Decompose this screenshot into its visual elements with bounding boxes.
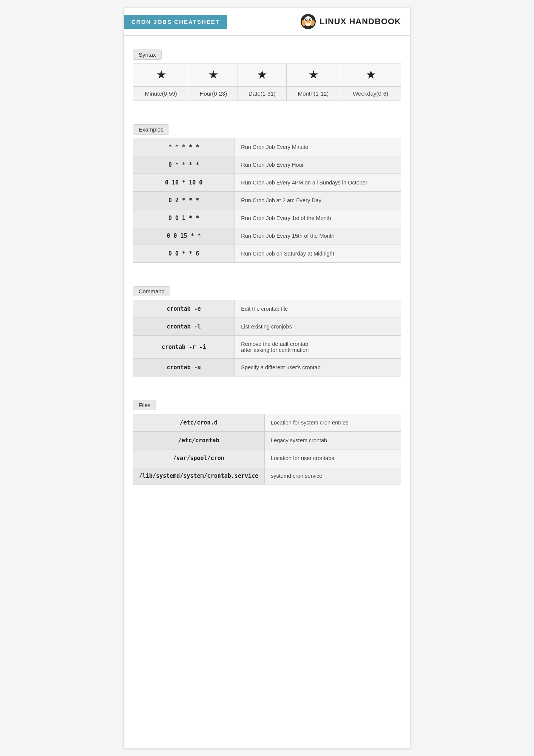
- command-desc: Remove the default crontab,after asking …: [235, 336, 401, 359]
- syntax-labels-row: Minute(0-59) Hour(0-23) Date(1-31) Month…: [133, 87, 401, 101]
- logo-icon: [300, 13, 316, 30]
- examples-label: Examples: [133, 124, 169, 135]
- file-row: /etc/cron.d Location for system cron ent…: [133, 414, 401, 432]
- command-row: crontab -r -i Remove the default crontab…: [133, 336, 401, 359]
- command-cmd: crontab -u: [133, 359, 235, 376]
- syntax-date: Date(1-31): [238, 87, 286, 101]
- example-cmd: 0 0 1 * *: [133, 209, 235, 227]
- example-row: 0 2 * * * Run Cron Job at 2 am Every Day: [133, 192, 401, 209]
- file-desc: Location for system cron entries: [265, 414, 401, 432]
- examples-section: Examples * * * * * Run Cron Job Every Mi…: [124, 104, 410, 263]
- syntax-label: Syntax: [133, 50, 162, 60]
- file-desc: Legacy system crontab: [265, 432, 401, 449]
- example-desc: Run Cron Job on Saturday at Midnight: [235, 245, 401, 263]
- command-desc: List existing cronjobs: [235, 318, 401, 336]
- star-4: ★: [286, 64, 340, 87]
- command-table: crontab -e Edit the crontab file crontab…: [133, 300, 401, 376]
- file-desc: Location for user crontabs: [265, 449, 401, 467]
- files-label: Files: [133, 400, 156, 410]
- star-2: ★: [189, 64, 238, 87]
- example-cmd: 0 0 15 * *: [133, 227, 235, 245]
- example-row: 0 0 1 * * Run Cron Job Every 1st of the …: [133, 209, 401, 227]
- svg-point-5: [310, 19, 311, 20]
- file-cmd: /etc/cron.d: [133, 414, 265, 432]
- example-cmd: 0 16 * 10 0: [133, 174, 235, 192]
- example-cmd: * * * * *: [133, 138, 235, 156]
- command-cmd: crontab -l: [133, 318, 235, 336]
- page-container: CRON JOBS CHEATSHEET LINUX HANDBOOK Synt…: [123, 8, 411, 748]
- logo-text: LINUX HANDBOOK: [319, 17, 401, 26]
- example-desc: Run Cron Job Every 15th of the Month: [235, 227, 401, 245]
- syntax-minute: Minute(0-59): [133, 87, 189, 101]
- command-row: crontab -e Edit the crontab file: [133, 300, 401, 318]
- command-desc: Specify a different user's crontab: [235, 359, 401, 376]
- file-row: /etc/crontab Legacy system crontab: [133, 432, 401, 449]
- syntax-weekday: Weekday(0-6): [340, 87, 401, 101]
- star-3: ★: [238, 64, 286, 87]
- example-row: * * * * * Run Cron Job Every Minute: [133, 138, 401, 156]
- svg-point-4: [306, 19, 307, 20]
- syntax-month: Month(1-12): [286, 87, 340, 101]
- example-desc: Run Cron Job Every 4PM on all Sundays in…: [235, 174, 401, 192]
- example-desc: Run Cron Job Every Minute: [235, 138, 401, 156]
- syntax-table: ★ ★ ★ ★ ★ Minute(0-59) Hour(0-23) Date(1…: [133, 64, 401, 101]
- example-cmd: 0 2 * * *: [133, 192, 235, 209]
- file-desc: systemd cron service: [265, 467, 401, 485]
- file-row: /lib/systemd/system/crontab.service syst…: [133, 467, 401, 485]
- page-header: CRON JOBS CHEATSHEET LINUX HANDBOOK: [124, 8, 410, 36]
- syntax-hour: Hour(0-23): [189, 87, 238, 101]
- command-row: crontab -u Specify a different user's cr…: [133, 359, 401, 376]
- example-desc: Run Cron Job Every Hour: [235, 156, 401, 174]
- syntax-stars-row: ★ ★ ★ ★ ★: [133, 64, 401, 87]
- star-1: ★: [133, 64, 189, 87]
- command-label: Command: [133, 286, 170, 296]
- example-desc: Run Cron Job Every 1st of the Month: [235, 209, 401, 227]
- logo-area: LINUX HANDBOOK: [300, 13, 401, 30]
- files-table: /etc/cron.d Location for system cron ent…: [133, 414, 401, 485]
- example-row: 0 0 * * 6 Run Cron Job on Saturday at Mi…: [133, 245, 401, 263]
- example-row: 0 * * * * Run Cron Job Every Hour: [133, 156, 401, 174]
- file-row: /var/spool/cron Location for user cronta…: [133, 449, 401, 467]
- files-section: Files /etc/cron.d Location for system cr…: [124, 380, 410, 485]
- example-row: 0 16 * 10 0 Run Cron Job Every 4PM on al…: [133, 174, 401, 192]
- command-section: Command crontab -e Edit the crontab file…: [124, 266, 410, 376]
- example-row: 0 0 15 * * Run Cron Job Every 15th of th…: [133, 227, 401, 245]
- command-cmd: crontab -e: [133, 300, 235, 318]
- command-row: crontab -l List existing cronjobs: [133, 318, 401, 336]
- file-cmd: /etc/crontab: [133, 432, 265, 449]
- example-cmd: 0 0 * * 6: [133, 245, 235, 263]
- example-cmd: 0 * * * *: [133, 156, 235, 174]
- command-desc: Edit the crontab file: [235, 300, 401, 318]
- file-cmd: /lib/systemd/system/crontab.service: [133, 467, 265, 485]
- example-desc: Run Cron Job at 2 am Every Day: [235, 192, 401, 209]
- star-5: ★: [340, 64, 401, 87]
- page-title: CRON JOBS CHEATSHEET: [124, 15, 227, 29]
- examples-table: * * * * * Run Cron Job Every Minute 0 * …: [133, 138, 401, 263]
- command-cmd: crontab -r -i: [133, 336, 235, 359]
- syntax-section: Syntax ★ ★ ★ ★ ★ Minute(0-59) Hour(0-23)…: [124, 36, 410, 101]
- file-cmd: /var/spool/cron: [133, 449, 265, 467]
